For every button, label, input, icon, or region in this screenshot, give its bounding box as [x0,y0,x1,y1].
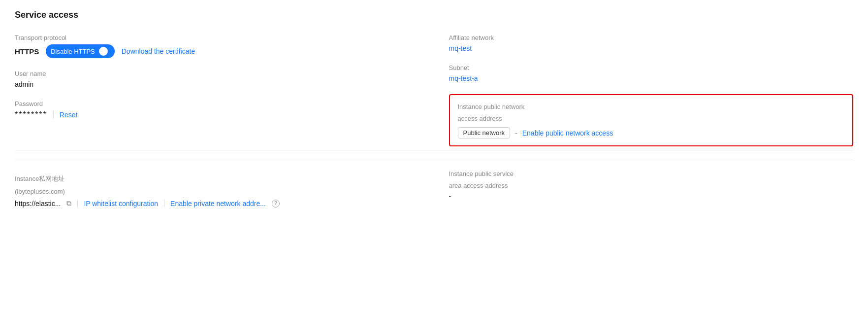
password-label: Password [15,100,419,107]
help-icon[interactable]: ? [272,200,280,207]
page-title: Service access [15,10,853,20]
instance-private-label1: Instance私网地址 [15,174,419,184]
dash-separator: - [515,129,517,137]
service-area-label2: area access address [449,181,854,191]
password-value: ******** [15,110,47,119]
service-area-label1: Instance public service [449,169,854,179]
instance-public-label2: access address [458,114,845,124]
download-certificate-link[interactable]: Download the certificate [122,47,195,55]
enable-public-network-link[interactable]: Enable public network access [522,129,613,137]
toggle-circle-icon [99,47,108,56]
instance-public-label1: Instance public network [458,102,845,112]
instance-public-network-box: Instance public network access address P… [449,94,854,146]
affiliate-network-value[interactable]: mq-test [449,44,854,52]
transport-protocol-label: Transport protocol [15,34,419,41]
https-label: HTTPS [15,47,39,56]
ip-whitelist-link[interactable]: IP whitelist configuration [84,200,158,207]
instance-private-label2: (ibytepluses.com) [15,187,419,197]
disable-https-button[interactable]: Disable HTTPS [46,44,115,58]
private-addr-value: https://elastic... [15,200,61,207]
subnet-label: Subnet [449,64,854,71]
affiliate-network-label: Affiliate network [449,34,854,41]
reset-link[interactable]: Reset [60,111,78,119]
username-value: admin [15,80,419,88]
enable-private-network-link[interactable]: Enable private network addre... [170,200,266,207]
subnet-value[interactable]: mq-test-a [449,74,854,82]
section-divider [15,150,853,151]
divider3 [164,200,164,207]
username-label: User name [15,70,419,77]
copy-icon[interactable]: ⧉ [66,199,71,207]
divider2 [77,200,78,207]
service-area-value: - [449,192,854,200]
divider [53,111,54,119]
public-network-badge: Public network [458,127,511,138]
